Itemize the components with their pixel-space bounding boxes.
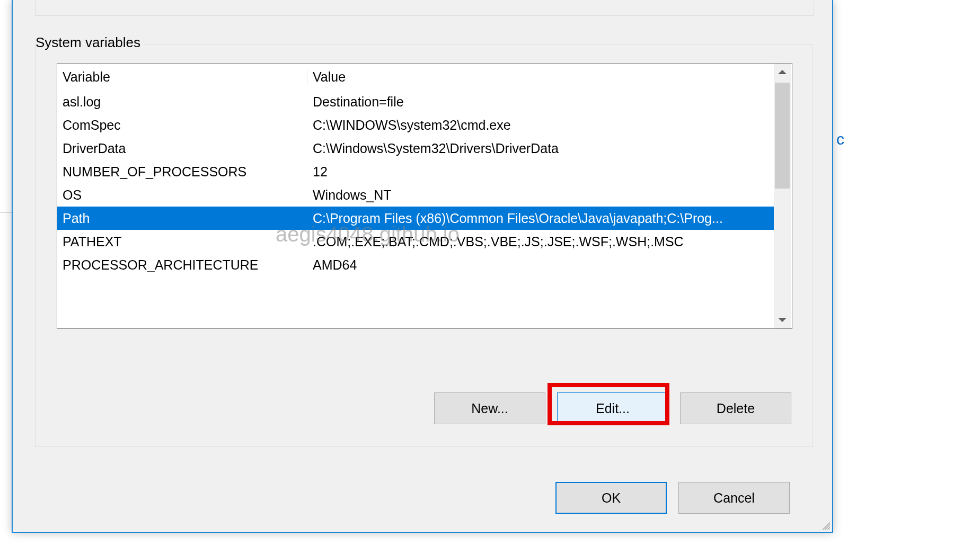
table-row[interactable]: OSWindows_NT [57,183,774,207]
cell-value: 12 [307,164,774,180]
resize-grip-icon[interactable] [820,520,830,530]
cell-variable: asl.log [57,94,307,110]
cell-value: Windows_NT [307,187,774,203]
cell-variable: Path [57,211,307,226]
system-variables-button-row: New... Edit... Delete [36,392,813,424]
user-variables-group-clipped [35,0,814,16]
table-row[interactable]: DriverDataC:\Windows\System32\Drivers\Dr… [57,137,774,160]
table-row[interactable]: PATHEXT.COM;.EXE;.BAT;.CMD;.VBS;.VBE;.JS… [57,230,774,253]
chevron-down-icon [778,318,787,322]
table-row[interactable]: ComSpecC:\WINDOWS\system32\cmd.exe [57,113,774,137]
table-row[interactable]: NUMBER_OF_PROCESSORS12 [57,160,774,183]
vertical-scrollbar[interactable] [774,64,791,328]
cell-variable: OS [57,187,307,203]
list-header: Variable Value [57,64,774,90]
cell-value: C:\Program Files (x86)\Common Files\Orac… [307,211,774,226]
new-button[interactable]: New... [434,392,545,424]
ok-button[interactable]: OK [555,482,667,514]
table-row[interactable]: PROCESSOR_ARCHITECTUREAMD64 [57,253,774,276]
dialog-button-row: OK Cancel [13,482,832,514]
cell-value: C:\WINDOWS\system32\cmd.exe [307,118,774,133]
cell-variable: PROCESSOR_ARCHITECTURE [57,257,307,273]
column-header-value[interactable]: Value [307,64,774,90]
cell-value: AMD64 [307,257,774,273]
background-window-text-fragment: c [836,130,844,148]
system-variables-group: System variables Variable Value asl.logD… [35,44,813,447]
scroll-up-button[interactable] [774,64,791,81]
table-row[interactable]: asl.logDestination=file [57,90,774,113]
cell-value: Destination=file [307,94,774,110]
cell-variable: ComSpec [57,118,307,133]
table-row[interactable]: PathC:\Program Files (x86)\Common Files\… [57,207,774,230]
cell-variable: NUMBER_OF_PROCESSORS [57,164,307,180]
delete-button[interactable]: Delete [680,392,791,424]
scroll-down-button[interactable] [774,311,791,328]
cell-variable: DriverData [57,141,307,156]
background-window-edge [0,0,13,213]
scrollbar-thumb[interactable] [775,83,790,189]
cell-value: .COM;.EXE;.BAT;.CMD;.VBS;.VBE;.JS;.JSE;.… [307,234,774,249]
cancel-button[interactable]: Cancel [678,482,790,514]
cell-value: C:\Windows\System32\Drivers\DriverData [307,141,774,156]
edit-button[interactable]: Edit... [557,392,668,424]
column-header-variable[interactable]: Variable [57,64,307,90]
system-variables-list[interactable]: Variable Value asl.logDestination=fileCo… [57,63,792,329]
chevron-up-icon [778,70,787,74]
environment-variables-dialog: System variables Variable Value asl.logD… [12,0,833,533]
system-variables-title: System variables [36,34,144,51]
cell-variable: PATHEXT [57,234,307,249]
